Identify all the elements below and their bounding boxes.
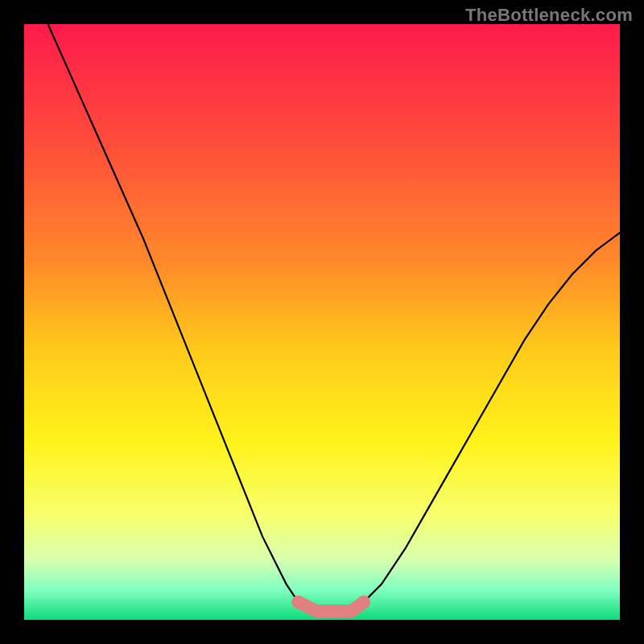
marker-dot (357, 596, 370, 609)
watermark-label: TheBottleneck.com (465, 5, 633, 26)
chart-frame: TheBottleneck.com (0, 0, 644, 644)
marker-dot (291, 596, 304, 609)
bottleneck-chart (0, 0, 644, 644)
gradient-background (24, 24, 620, 620)
